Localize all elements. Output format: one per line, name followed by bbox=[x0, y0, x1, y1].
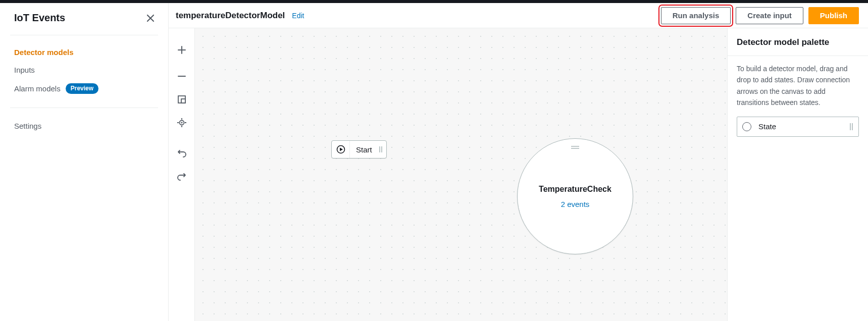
workspace: Start TemperatureCheck 2 events bbox=[169, 28, 868, 321]
nav-detector-models[interactable]: Detector models bbox=[0, 43, 168, 61]
sidebar-header: IoT Events bbox=[0, 12, 168, 35]
palette: Detector model palette To build a detect… bbox=[728, 28, 868, 321]
run-analysis-button[interactable]: Run analysis bbox=[661, 7, 731, 24]
palette-help-text: To build a detector model, drag and drop… bbox=[737, 63, 859, 109]
palette-item-state[interactable]: State bbox=[737, 117, 859, 137]
drag-handle-icon[interactable] bbox=[571, 146, 580, 149]
nav-inputs[interactable]: Inputs bbox=[0, 61, 168, 79]
state-icon bbox=[742, 122, 751, 131]
svg-point-3 bbox=[181, 122, 182, 123]
drag-handle-icon[interactable] bbox=[378, 145, 386, 153]
palette-title: Detector model palette bbox=[737, 37, 859, 47]
toolbar: temperatureDetectorModel Edit Run analys… bbox=[169, 3, 868, 28]
state-events-link[interactable]: 2 events bbox=[561, 200, 590, 208]
start-node[interactable]: Start bbox=[331, 140, 387, 158]
fit-button[interactable] bbox=[169, 88, 195, 111]
zoom-out-button[interactable] bbox=[169, 65, 195, 88]
nav-alarm-models-label: Alarm models bbox=[14, 84, 61, 93]
zoom-in-button[interactable] bbox=[169, 38, 195, 62]
canvas-wrap: Start TemperatureCheck 2 events bbox=[169, 28, 728, 321]
start-icon bbox=[332, 141, 350, 158]
sidebar-nav: Detector models Inputs Alarm models Prev… bbox=[0, 35, 168, 135]
model-name: temperatureDetectorModel bbox=[176, 11, 285, 21]
sidebar: IoT Events Detector models Inputs Alarm … bbox=[0, 3, 169, 321]
center-button[interactable] bbox=[169, 111, 195, 134]
divider bbox=[728, 56, 868, 56]
nav-inputs-label: Inputs bbox=[14, 66, 35, 74]
close-icon[interactable] bbox=[146, 14, 155, 23]
svg-rect-1 bbox=[181, 99, 185, 103]
preview-badge: Preview bbox=[66, 83, 98, 94]
palette-item-label: State bbox=[758, 122, 842, 131]
publish-button[interactable]: Publish bbox=[808, 7, 859, 24]
nav-settings[interactable]: Settings bbox=[0, 117, 168, 135]
state-node[interactable]: TemperatureCheck 2 events bbox=[517, 138, 633, 254]
sidebar-title: IoT Events bbox=[14, 12, 65, 24]
main: temperatureDetectorModel Edit Run analys… bbox=[169, 3, 868, 321]
edit-link[interactable]: Edit bbox=[292, 12, 304, 20]
nav-alarm-models[interactable]: Alarm models Preview bbox=[0, 79, 168, 98]
redo-button[interactable] bbox=[169, 165, 195, 188]
undo-button[interactable] bbox=[169, 141, 195, 165]
nav-settings-label: Settings bbox=[14, 122, 41, 130]
drag-handle-icon bbox=[849, 122, 853, 131]
canvas[interactable]: Start TemperatureCheck 2 events bbox=[195, 28, 728, 321]
state-name: TemperatureCheck bbox=[539, 185, 611, 194]
canvas-controls bbox=[169, 28, 195, 321]
app-root: IoT Events Detector models Inputs Alarm … bbox=[0, 3, 868, 321]
nav-detector-models-label: Detector models bbox=[14, 48, 74, 57]
transition-arrow bbox=[195, 28, 346, 104]
start-label: Start bbox=[350, 145, 378, 154]
divider bbox=[10, 108, 158, 108]
create-input-button[interactable]: Create input bbox=[736, 7, 803, 24]
